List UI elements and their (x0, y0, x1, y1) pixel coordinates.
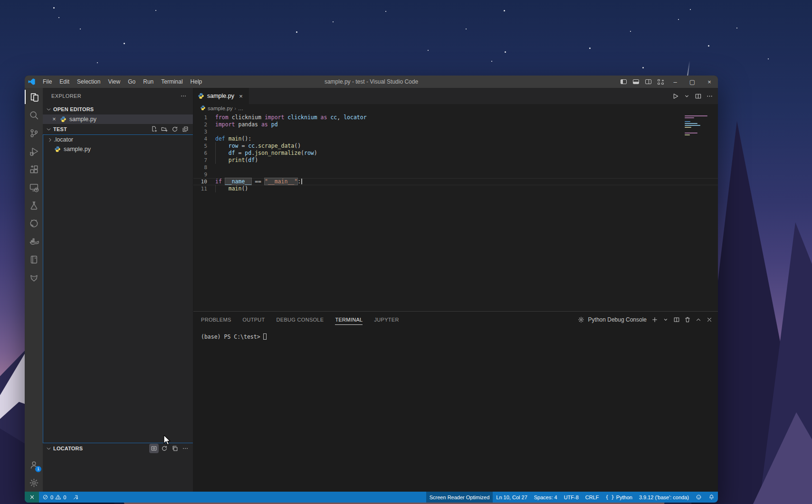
terminal-dropdown-chevron-icon[interactable] (661, 315, 670, 324)
tab-close-icon[interactable]: × (237, 93, 245, 100)
menu-terminal[interactable]: Terminal (157, 76, 186, 88)
locators-copy-icon[interactable] (170, 444, 180, 453)
new-folder-icon[interactable] (160, 124, 169, 134)
activity-test-beaker-icon[interactable] (25, 196, 43, 214)
code-line-6[interactable]: 6 df = pd.json_normalize(row) (193, 150, 718, 157)
menu-file[interactable]: File (39, 76, 56, 88)
activity-notebook-icon[interactable] (25, 250, 43, 268)
panel-tab-jupyter[interactable]: JUPYTER (374, 312, 399, 328)
terminal-gear-icon[interactable] (576, 315, 586, 324)
close-editor-icon[interactable]: × (50, 115, 58, 123)
run-python-file-icon[interactable] (670, 91, 680, 101)
editor-more-actions-icon[interactable] (705, 91, 714, 101)
feedback-icon[interactable] (692, 492, 705, 503)
menu-edit[interactable]: Edit (56, 76, 73, 88)
activity-extensions-icon[interactable] (25, 160, 43, 178)
code-line-11[interactable]: 11 main() (193, 185, 718, 192)
activity-github-icon[interactable] (25, 214, 43, 232)
activity-search-icon[interactable] (25, 106, 43, 124)
code-line-10[interactable]: 10if __name__ == "__main__": (193, 178, 718, 185)
menu-view[interactable]: View (104, 76, 124, 88)
customize-layout-icon[interactable] (654, 76, 667, 88)
open-editors-header[interactable]: OPEN EDITORS (43, 104, 193, 114)
line-number[interactable]: 9 (193, 171, 215, 178)
open-editor-sample.py[interactable]: ×sample.py (43, 114, 193, 124)
screen-reader-status[interactable]: Screen Reader Optimized (426, 492, 493, 503)
line-number[interactable]: 7 (193, 157, 215, 164)
encoding-status[interactable]: UTF-8 (561, 492, 582, 503)
debug-status-icon[interactable] (69, 492, 82, 503)
test-section-header[interactable]: TEST (43, 124, 193, 134)
tree-item-sample.py[interactable]: sample.py (43, 144, 193, 154)
split-editor-icon[interactable] (693, 91, 703, 101)
code-line-4[interactable]: 4def main(): (193, 135, 718, 143)
menu-help[interactable]: Help (187, 76, 206, 88)
notifications-bell-icon[interactable] (705, 492, 718, 503)
indentation-status[interactable]: Spaces: 4 (531, 492, 561, 503)
activity-settings-gear-icon[interactable] (25, 474, 43, 492)
activity-remote-explorer-icon[interactable] (25, 178, 43, 196)
line-number[interactable]: 8 (193, 164, 215, 171)
activity-docker-icon[interactable] (25, 232, 43, 250)
activity-clicknium-icon[interactable] (25, 268, 43, 286)
python-interpreter-status[interactable]: 3.9.12 ('base': conda) (636, 492, 692, 503)
toggle-secondary-sidebar-icon[interactable] (642, 76, 654, 88)
panel-tab-output[interactable]: OUTPUT (243, 312, 265, 328)
remote-indicator[interactable] (25, 492, 39, 503)
code-line-9[interactable]: 9 (193, 171, 718, 178)
cursor-position-status[interactable]: Ln 10, Col 27 (493, 492, 530, 503)
kill-terminal-icon[interactable] (683, 315, 692, 324)
code-line-1[interactable]: 1from clicknium import clicknium as cc, … (193, 114, 718, 121)
line-number[interactable]: 5 (193, 143, 215, 150)
capture-locator-icon[interactable] (149, 444, 159, 453)
maximize-panel-icon[interactable] (694, 315, 703, 324)
line-number[interactable]: 3 (193, 128, 215, 135)
locators-more-actions-icon[interactable] (181, 444, 190, 453)
explorer-more-actions-icon[interactable] (179, 91, 188, 101)
code-line-3[interactable]: 3 (193, 128, 718, 135)
refresh-icon[interactable] (170, 124, 180, 134)
line-number[interactable]: 1 (193, 114, 215, 121)
line-number[interactable]: 4 (193, 135, 215, 143)
language-mode-status[interactable]: { } Python (602, 492, 636, 503)
tab-sample-py[interactable]: sample.py × (193, 88, 249, 104)
code-line-7[interactable]: 7 print(df) (193, 157, 718, 164)
problems-status[interactable]: 0 0 (39, 492, 69, 503)
new-file-icon[interactable] (149, 124, 159, 134)
collapse-all-icon[interactable] (181, 124, 190, 134)
panel-tab-terminal[interactable]: TERMINAL (335, 312, 363, 328)
close-button[interactable]: × (701, 76, 718, 88)
eol-status[interactable]: CRLF (582, 492, 602, 503)
panel-tab-debug-console[interactable]: DEBUG CONSOLE (277, 312, 324, 328)
activity-explorer-icon[interactable] (25, 88, 43, 106)
code-line-8[interactable]: 8 (193, 164, 718, 171)
terminal[interactable]: (base) PS C:\test> (193, 328, 718, 340)
activity-source-control-icon[interactable] (25, 124, 43, 142)
line-number[interactable]: 2 (193, 121, 215, 128)
activity-accounts-icon[interactable]: 1 (25, 456, 43, 474)
toggle-sidebar-icon[interactable] (617, 76, 630, 88)
menu-selection[interactable]: Selection (73, 76, 104, 88)
breadcrumb[interactable]: sample.py › … (193, 104, 718, 113)
new-terminal-icon[interactable] (650, 315, 659, 324)
line-number[interactable]: 10 (193, 178, 215, 185)
code-line-2[interactable]: 2import pandas as pd (193, 121, 718, 128)
minimize-button[interactable]: – (667, 76, 684, 88)
panel-tab-problems[interactable]: PROBLEMS (201, 312, 231, 328)
console-selector[interactable]: Python Debug Console (588, 316, 647, 323)
menu-go[interactable]: Go (124, 76, 139, 88)
menu-run[interactable]: Run (139, 76, 157, 88)
activity-run-debug-icon[interactable] (25, 142, 43, 160)
breadcrumb-symbol[interactable]: … (238, 105, 244, 111)
split-terminal-icon[interactable] (672, 315, 681, 324)
toggle-panel-icon[interactable] (630, 76, 642, 88)
line-number[interactable]: 11 (193, 185, 215, 192)
maximize-button[interactable]: ▢ (684, 76, 701, 88)
run-dropdown-chevron-icon[interactable] (682, 91, 691, 101)
close-panel-icon[interactable] (705, 315, 714, 324)
code-editor[interactable]: 1from clicknium import clicknium as cc, … (193, 113, 718, 311)
tree-item-.locator[interactable]: .locator (43, 135, 193, 144)
code-line-5[interactable]: 5 row = cc.scrape_data() (193, 143, 718, 150)
breadcrumb-file[interactable]: sample.py (208, 105, 232, 111)
line-number[interactable]: 6 (193, 150, 215, 157)
